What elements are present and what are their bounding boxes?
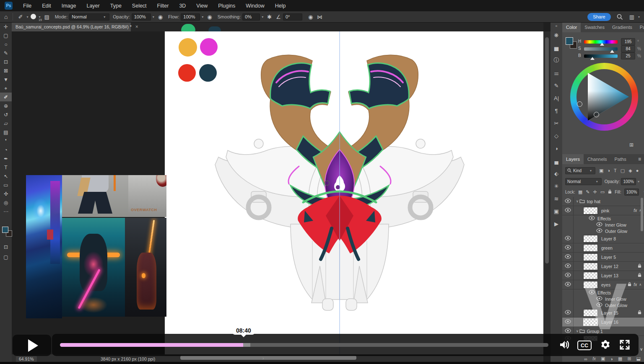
toggle-brush-panel-icon[interactable]: ▨ bbox=[44, 14, 49, 20]
chevron-down-icon[interactable]: ▾ bbox=[153, 15, 154, 19]
menu-item-view[interactable]: View bbox=[196, 3, 208, 9]
layer-blend-mode-select[interactable]: Normal▾ bbox=[565, 178, 602, 185]
layer-effect-row[interactable]: Effects bbox=[562, 215, 644, 222]
visibility-toggle-icon[interactable] bbox=[565, 263, 571, 269]
brush-angle-input[interactable]: 0° bbox=[283, 13, 302, 21]
home-icon[interactable]: ⌂ bbox=[4, 13, 8, 20]
tab-channels[interactable]: Channels bbox=[584, 154, 610, 164]
shape-layer-filter-icon[interactable]: ▢ bbox=[621, 168, 625, 173]
volume-icon[interactable] bbox=[558, 338, 571, 351]
fullscreen-icon[interactable] bbox=[618, 338, 631, 351]
brush-preview-icon[interactable] bbox=[31, 14, 36, 19]
workspace-switcher-icon[interactable]: ▥ bbox=[629, 14, 634, 20]
menu-item-select[interactable]: Select bbox=[132, 3, 147, 9]
lock-all-icon[interactable] bbox=[608, 189, 612, 195]
pen-tool[interactable]: ✒ bbox=[0, 154, 12, 163]
slider-marker[interactable] bbox=[600, 43, 604, 46]
opacity-input[interactable]: 100% bbox=[132, 13, 151, 21]
menu-item-file[interactable]: File bbox=[23, 3, 31, 9]
menu-item-edit[interactable]: Edit bbox=[42, 3, 51, 9]
layer-name[interactable]: top hat bbox=[587, 199, 600, 204]
crop-tool[interactable]: ⊡ bbox=[0, 57, 12, 66]
tab-gradients[interactable]: Gradients bbox=[608, 22, 636, 32]
menu-item-help[interactable]: Help bbox=[275, 3, 286, 9]
close-tab-icon[interactable]: × bbox=[135, 24, 138, 30]
slider-b-value[interactable]: 25 bbox=[621, 52, 635, 59]
glyphs-panel-icon[interactable]: ⬖ bbox=[551, 167, 562, 180]
layer-fill-input[interactable]: 100% bbox=[624, 188, 639, 196]
menu-item-filter[interactable]: Filter bbox=[157, 3, 169, 9]
layer-name[interactable]: Layer 5 bbox=[601, 255, 616, 260]
adjustment-layer-icon[interactable]: ◑ bbox=[610, 356, 613, 361]
effects-panel-icon[interactable]: ✳ bbox=[551, 180, 562, 192]
adjustment-layer-panel-icon[interactable]: ◑ bbox=[551, 142, 562, 155]
new-layer-icon[interactable]: ⊞ bbox=[627, 356, 631, 361]
layer-row[interactable]: green bbox=[562, 243, 644, 253]
play-button[interactable] bbox=[13, 335, 51, 356]
layer-name[interactable]: Layer 12 bbox=[601, 264, 618, 269]
pressure-opacity-icon[interactable]: ◉ bbox=[158, 14, 163, 20]
chevron-down-icon[interactable]: ▾ bbox=[202, 15, 203, 19]
histogram-panel-icon[interactable]: ▅ bbox=[551, 41, 562, 54]
dodge-tool[interactable]: ◔ bbox=[0, 145, 12, 154]
menu-item-window[interactable]: Window bbox=[246, 3, 264, 9]
pressure-size-icon[interactable]: ◉ bbox=[308, 14, 313, 20]
lock-artboard-icon[interactable]: ▭ bbox=[600, 189, 605, 195]
menu-item-plugins[interactable]: Plugins bbox=[218, 3, 235, 9]
brush-tool-icon[interactable]: ✐ bbox=[18, 14, 23, 20]
search-icon[interactable] bbox=[617, 14, 623, 20]
smoothing-input[interactable]: 0% bbox=[242, 13, 260, 21]
panel-fg-bg-swatches[interactable] bbox=[566, 37, 576, 48]
chevron-down-icon[interactable]: ▾ bbox=[638, 180, 639, 183]
layer-row[interactable]: pinkfx∧ bbox=[562, 206, 644, 215]
slider-b-track[interactable] bbox=[584, 54, 618, 58]
libraries-panel-icon[interactable]: ▄ bbox=[551, 155, 562, 167]
info-panel-icon[interactable]: ⓘ bbox=[551, 54, 562, 67]
more-tools[interactable]: ⋯ bbox=[0, 207, 12, 216]
adjustment-layer-filter-icon[interactable]: ◑ bbox=[607, 168, 610, 173]
path-selection-tool[interactable]: ↖ bbox=[0, 172, 12, 181]
frame-tool[interactable]: ⊠ bbox=[0, 66, 12, 75]
layer-name[interactable]: green bbox=[601, 245, 613, 250]
menu-item-layer[interactable]: Layer bbox=[86, 3, 99, 9]
scrollbar-thumb[interactable] bbox=[545, 37, 549, 263]
visibility-toggle-icon[interactable] bbox=[565, 199, 571, 204]
zoom-level-value[interactable]: 64.91% bbox=[16, 356, 37, 362]
brush-settings-panel-icon[interactable]: ⚌ bbox=[551, 67, 562, 79]
healing-brush-tool[interactable]: ⌖ bbox=[0, 84, 12, 93]
layer-row[interactable]: Layer 5 bbox=[562, 253, 644, 262]
layer-row[interactable]: Layer 8 bbox=[562, 234, 644, 243]
layer-thumbnail[interactable] bbox=[584, 254, 597, 261]
expand-chevron-icon[interactable]: ∨ bbox=[576, 199, 579, 203]
visibility-toggle-icon[interactable] bbox=[565, 328, 571, 334]
panel-menu-icon[interactable]: ≡ bbox=[638, 156, 641, 162]
menu-item-3d[interactable]: 3D bbox=[179, 3, 186, 9]
collapse-panels-icon[interactable]: « bbox=[555, 24, 557, 28]
foreground-color-swatch[interactable] bbox=[566, 37, 573, 45]
tab-patterns[interactable]: Patterns bbox=[636, 22, 644, 32]
brushes-panel-icon[interactable]: ✎ bbox=[551, 79, 562, 92]
share-button[interactable]: Share bbox=[587, 13, 610, 21]
visibility-toggle-icon[interactable] bbox=[565, 254, 571, 260]
zoom-tool[interactable]: ◎ bbox=[0, 198, 12, 207]
foreground-background-swatches[interactable] bbox=[2, 227, 12, 237]
link-layers-icon[interactable]: ∞ bbox=[584, 356, 587, 361]
layer-style-icon[interactable]: fx bbox=[592, 356, 596, 361]
character-panel-icon[interactable]: A| bbox=[551, 92, 562, 104]
visibility-toggle-icon[interactable] bbox=[565, 319, 571, 325]
properties-panel-icon[interactable]: ≋ bbox=[551, 192, 562, 205]
document-canvas[interactable] bbox=[165, 31, 543, 354]
symmetry-icon[interactable]: ⋈ bbox=[317, 14, 322, 20]
visibility-toggle-icon[interactable] bbox=[565, 282, 571, 287]
layer-effect-row[interactable]: Inner Glow bbox=[562, 222, 644, 228]
gradient-tool[interactable]: ▤ bbox=[0, 128, 12, 137]
smart-object-filter-icon[interactable]: ◈ bbox=[628, 168, 632, 173]
layer-name[interactable]: Layer 8 bbox=[601, 236, 616, 241]
3d-panel-icon[interactable]: ◇ bbox=[551, 129, 562, 142]
document-vertical-scrollbar[interactable] bbox=[543, 31, 551, 354]
pixel-layer-filter-icon[interactable]: ▣ bbox=[599, 168, 603, 173]
slider-marker[interactable] bbox=[590, 57, 595, 60]
color-wheel[interactable] bbox=[570, 63, 638, 131]
timeline-panel-icon[interactable]: ▶ bbox=[551, 217, 562, 230]
rectangle-tool[interactable]: ▭ bbox=[0, 181, 12, 189]
